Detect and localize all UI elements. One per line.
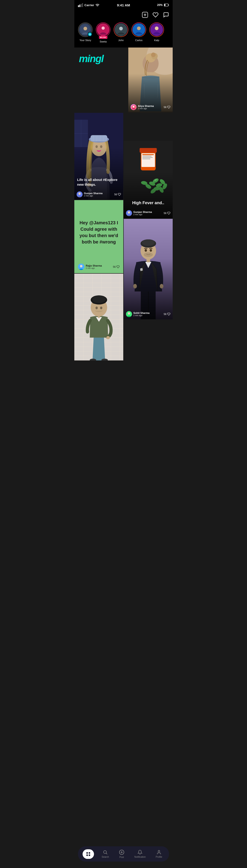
svg-point-31 xyxy=(95,145,98,148)
svg-point-83 xyxy=(133,284,137,288)
svg-point-0 xyxy=(97,6,98,6)
top-action-bar xyxy=(74,10,173,20)
post-likes-pills: 56 xyxy=(164,212,170,215)
author-name-rajjo: Rajjo Sharma xyxy=(86,264,102,267)
add-icon[interactable] xyxy=(142,12,148,18)
stories-row: + Your Story LIVE Sweta xyxy=(74,20,173,48)
signal-dots xyxy=(78,3,83,7)
svg-rect-61 xyxy=(142,153,155,167)
author-time-aiiya: 2 min ago xyxy=(138,107,154,110)
svg-point-43 xyxy=(80,265,83,268)
story-item-sweta[interactable]: LIVE Sweta xyxy=(96,22,110,43)
author-name-pills: Gunjan Sharma xyxy=(133,211,152,213)
story-item-john[interactable]: John xyxy=(114,22,128,43)
feed-row-1: mingl xyxy=(74,48,173,113)
author-name-aiiya: Aiiya Sharma xyxy=(138,104,154,107)
svg-point-11 xyxy=(137,27,141,30)
message-icon[interactable] xyxy=(163,12,169,18)
feed: mingl xyxy=(74,48,173,361)
story-label-sweta: Sweta xyxy=(100,40,107,43)
svg-rect-62 xyxy=(142,154,154,155)
svg-point-90 xyxy=(150,249,152,252)
svg-point-32 xyxy=(100,145,103,148)
svg-point-78 xyxy=(128,211,130,214)
post-quote-pills: High Fever and.. xyxy=(127,200,170,206)
svg-point-56 xyxy=(100,307,103,309)
post-likes-rajjo: 56 xyxy=(113,265,119,269)
status-time: 9:41 AM xyxy=(117,3,130,7)
story-label-kalp: Kalp xyxy=(154,39,159,41)
svg-point-7 xyxy=(102,27,105,30)
battery-icon xyxy=(164,4,169,6)
svg-rect-65 xyxy=(142,158,150,159)
svg-point-9 xyxy=(119,27,123,30)
post-likes-sohit: 56 xyxy=(164,312,170,316)
story-item-your-story[interactable]: + Your Story xyxy=(78,22,92,43)
svg-point-89 xyxy=(145,249,147,252)
svg-point-5 xyxy=(83,27,87,30)
author-time-gunjan: 2 min ago xyxy=(84,195,103,197)
mingl-logo-card: mingl xyxy=(74,48,128,113)
battery-percent: 20% xyxy=(157,3,163,7)
post-card-man-thinking[interactable] xyxy=(74,274,123,361)
story-label-john: John xyxy=(118,39,124,41)
svg-rect-63 xyxy=(142,156,152,156)
svg-point-13 xyxy=(155,27,159,30)
author-time-sohit: 2 min ago xyxy=(133,314,149,317)
post-likes-aiiya: 56 xyxy=(164,105,170,109)
story-item-carlos[interactable]: Carlos xyxy=(132,22,146,43)
author-time-pills: 2 min ago xyxy=(133,213,152,216)
status-bar: Carrier 9:41 AM 20% xyxy=(74,0,173,10)
story-label-your-story: Your Story xyxy=(80,39,91,41)
svg-point-41 xyxy=(78,192,81,195)
status-right: 20% xyxy=(157,3,169,7)
author-name-sohit: Sohit Sharma xyxy=(133,312,149,314)
author-time-rajjo: 2 min ago xyxy=(86,267,102,269)
post-card-aiiya[interactable]: Aiiya Sharma 2 min ago 56 xyxy=(128,48,173,113)
post-card-rajjo[interactable]: Hey @James123 I Could agree with you but… xyxy=(74,200,123,273)
mingl-logo: mingl xyxy=(79,53,103,64)
svg-rect-60 xyxy=(140,148,157,153)
add-story-button[interactable]: + xyxy=(88,32,92,36)
status-left: Carrier xyxy=(78,3,99,7)
heart-icon[interactable] xyxy=(153,12,159,18)
svg-point-91 xyxy=(144,252,153,257)
svg-rect-64 xyxy=(142,157,153,158)
author-name-gunjan: Gunjan Sharma xyxy=(84,192,103,195)
story-label-carlos: Carlos xyxy=(135,39,142,41)
svg-point-24 xyxy=(133,106,135,107)
live-badge-sweta: LIVE xyxy=(99,36,108,39)
feed-row-2: Life is all about #Explore new things. G… xyxy=(74,113,173,361)
story-item-kalp[interactable]: Kalp xyxy=(149,22,164,43)
svg-point-49 xyxy=(106,336,110,339)
svg-point-55 xyxy=(95,307,98,309)
svg-point-84 xyxy=(160,284,164,288)
svg-rect-2 xyxy=(164,4,165,6)
svg-point-54 xyxy=(92,296,106,303)
post-likes-gunjan: 56 xyxy=(114,193,121,196)
post-card-pills[interactable]: High Fever and.. Gunjan Sharma 2 min ago xyxy=(124,141,173,218)
svg-point-19 xyxy=(151,53,156,57)
post-quote-gunjan: Life is all about #Explore new things. xyxy=(77,177,120,187)
svg-point-88 xyxy=(142,239,155,246)
svg-point-93 xyxy=(128,312,130,314)
post-text-rajjo: Hey @James123 I Could agree with you but… xyxy=(78,205,119,260)
carrier-label: Carrier xyxy=(84,3,94,7)
post-card-sohit[interactable]: Sohit Sharma 2 min ago 56 xyxy=(124,219,173,319)
post-card-gunjan[interactable]: Life is all about #Explore new things. G… xyxy=(74,113,123,199)
wifi-icon xyxy=(95,4,99,6)
